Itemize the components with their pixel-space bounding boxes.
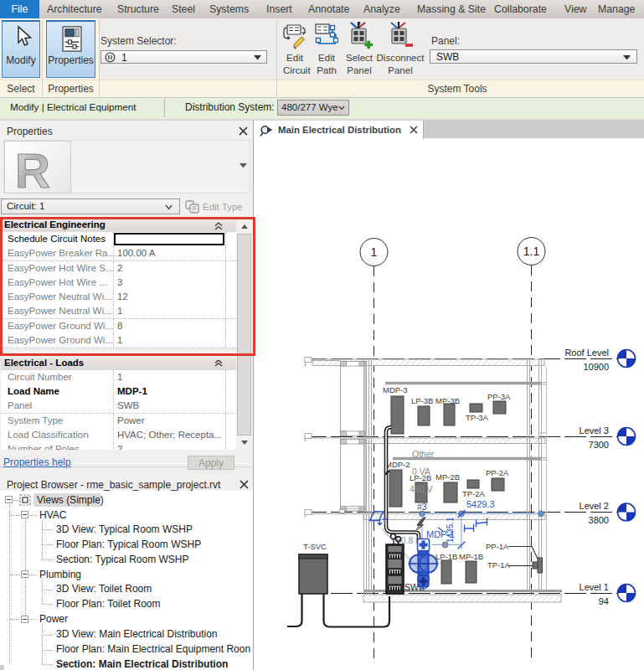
svg-text:10900: 10900 xyxy=(583,362,609,372)
svg-text:Other: Other xyxy=(412,449,435,459)
svg-text:480 V: 480 V xyxy=(410,484,432,494)
svg-text:Level 3: Level 3 xyxy=(580,425,609,436)
svg-text:1: 1 xyxy=(371,245,378,259)
svg-text:0 VA: 0 VA xyxy=(412,466,430,477)
svg-text:TP-3A: TP-3A xyxy=(466,413,489,422)
svg-text:TP-1A: TP-1A xyxy=(487,560,511,570)
svg-text:MP-3B: MP-3B xyxy=(435,396,460,405)
svg-text:MP-1B: MP-1B xyxy=(459,552,483,561)
svg-text:T-SVC: T-SVC xyxy=(303,542,327,551)
svg-text:MDP-2: MDP-2 xyxy=(385,460,410,469)
svg-text:PP-2A: PP-2A xyxy=(486,468,509,477)
svg-text:Level 1: Level 1 xyxy=(580,582,609,592)
svg-text:1.1: 1.1 xyxy=(523,245,540,258)
svg-text:#3: #3 xyxy=(417,502,427,512)
svg-text:MDP-3: MDP-3 xyxy=(383,385,408,394)
svg-text:R: R xyxy=(15,143,50,193)
svg-text:LP-1B: LP-1B xyxy=(435,552,457,561)
svg-text:Roof Level: Roof Level xyxy=(564,348,609,358)
svg-text:PP-3A: PP-3A xyxy=(487,392,511,401)
svg-text:Level 2: Level 2 xyxy=(580,501,609,511)
svg-text:94: 94 xyxy=(599,596,609,606)
svg-text:MDP-1: MDP-1 xyxy=(426,529,455,539)
svg-text:TP-2A: TP-2A xyxy=(462,489,486,498)
svg-text:7300: 7300 xyxy=(589,440,609,450)
svg-text:MP-2B: MP-2B xyxy=(435,472,460,482)
svg-text:LP-3B: LP-3B xyxy=(411,396,433,405)
svg-text:3800: 3800 xyxy=(589,515,609,525)
svg-text:PP-1A: PP-1A xyxy=(486,542,509,551)
svg-text:5429.3: 5429.3 xyxy=(466,499,495,509)
